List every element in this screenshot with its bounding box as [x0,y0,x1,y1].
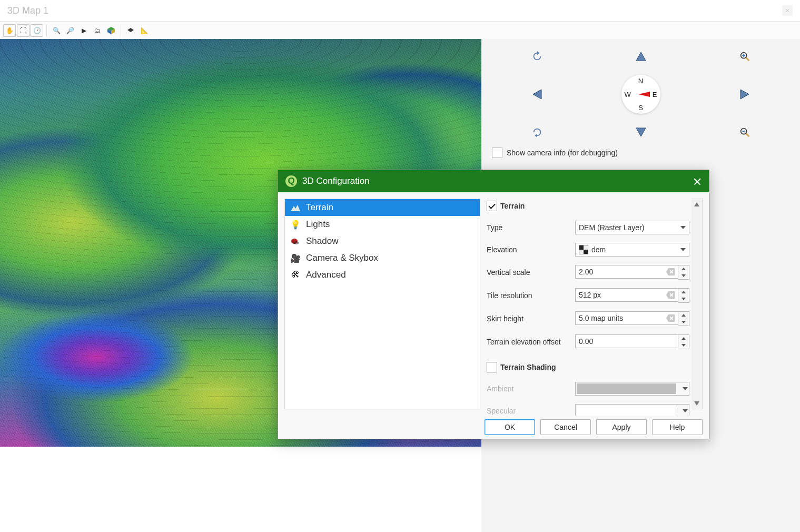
tileres-value: 512 px [579,291,601,299]
dialog-close-button[interactable] [693,177,702,185]
hand-icon[interactable]: ✋ [3,24,16,37]
basemap-icon[interactable] [124,24,137,37]
eoffset-input[interactable]: 0.00 [575,334,678,348]
pan-left-button[interactable] [530,87,544,101]
specular-label: Specular [487,407,575,415]
svg-line-6 [746,58,749,61]
ambient-color[interactable] [575,382,689,396]
zoom-in-button[interactable] [738,50,752,63]
clock-icon[interactable]: 🕑 [31,24,43,37]
pan-up-button[interactable] [634,50,648,63]
specular-color[interactable] [575,404,689,416]
eoffset-spinner[interactable] [678,334,689,349]
category-shadow[interactable]: Shadow [285,233,480,250]
pan-down-button[interactable] [634,125,648,139]
resize-icon[interactable]: ⛶ [17,24,29,37]
help-button[interactable]: Help [652,419,703,435]
terrain-section-checkbox[interactable] [487,201,497,211]
field-skirt-height: Skirt height 5.0 map units [487,308,689,329]
category-advanced[interactable]: 🛠 Advanced [285,267,480,283]
field-type: Type DEM (Raster Layer) [487,218,689,238]
category-lights[interactable]: 💡 Lights [285,216,480,233]
terrain-section-title: Terrain [500,202,525,210]
toolbar-separator [46,25,47,36]
category-list: Terrain 💡 Lights Shadow 🎥 Camera & Skybo… [284,199,480,409]
apply-button[interactable]: Apply [596,419,647,435]
wrench-icon: 🛠 [290,270,301,280]
category-label: Advanced [306,270,346,280]
lightbulb-icon: 💡 [290,219,301,230]
svg-marker-4 [636,52,646,61]
category-terrain[interactable]: Terrain [285,199,480,216]
raster-icon [579,245,588,254]
dialog-body: Terrain 💡 Lights Shadow 🎥 Camera & Skybo… [278,192,709,416]
form-pane: Terrain Type DEM (Raster Layer) Elevatio… [487,199,703,409]
titlebar: 3D Map 1 × [0,0,800,22]
rotate-ccw-button[interactable] [530,50,544,63]
category-camera[interactable]: 🎥 Camera & Skybox [285,250,480,267]
svg-marker-11 [636,128,646,136]
zoom-out-button[interactable] [738,125,752,139]
compass-s: S [638,104,643,112]
pan-right-button[interactable] [738,87,752,101]
tileres-label: Tile resolution [487,291,575,300]
field-elevation: Elevation dem [487,240,689,260]
compass-needle [638,92,650,97]
field-elevation-offset: Terrain elevation offset 0.00 [487,331,689,352]
tileres-input[interactable]: 512 px [575,288,678,302]
qgis-icon: Q [285,175,297,187]
show-camera-info-checkbox[interactable] [492,147,502,158]
type-combo[interactable]: DEM (Raster Layer) [575,221,689,234]
layers-icon[interactable]: 🗂 [91,24,104,37]
form-scrollbar[interactable] [692,199,703,409]
toolbar: ✋ ⛶ 🕑 🔍 🔎 ▶ 🗂 📐 [0,22,800,40]
chevron-down-icon [683,409,688,412]
close-button[interactable]: × [782,5,793,16]
svg-line-13 [746,134,749,137]
clear-icon[interactable] [666,268,675,275]
chevron-down-icon [680,226,686,229]
terrain-icon [290,202,301,213]
skirt-spinner[interactable] [678,311,689,326]
show-camera-info-row: Show camera info (for debugging) [492,147,789,158]
svg-marker-3 [127,28,134,32]
cancel-button[interactable]: Cancel [540,419,591,435]
vscale-input[interactable]: 2.00 [575,265,678,279]
clear-icon[interactable] [666,291,675,299]
vscale-label: Vertical scale [487,268,575,277]
field-specular: Specular [487,401,689,416]
measure-icon[interactable]: 📐 [138,24,151,37]
zoom-extent-icon[interactable]: 🔍 [50,24,63,37]
vscale-spinner[interactable] [678,265,689,280]
shading-section-title: Terrain Shading [500,363,556,371]
dialog-titlebar[interactable]: Q 3D Configuration [278,170,709,192]
compass-w: W [625,91,631,98]
tileres-spinner[interactable] [678,288,689,303]
compass[interactable]: N E S W [621,75,660,114]
rotate-cw-button[interactable] [530,125,544,139]
play-icon[interactable]: ▶ [77,24,90,37]
elevation-combo[interactable]: dem [575,243,689,257]
skirt-input[interactable]: 5.0 map units [575,311,678,325]
ok-button[interactable]: OK [485,419,535,435]
svg-marker-10 [740,90,749,99]
category-label: Shadow [306,236,338,247]
type-label: Type [487,223,575,232]
clear-icon[interactable] [666,314,675,322]
field-tile-resolution: Tile resolution 512 px [487,285,689,306]
field-ambient: Ambient [487,379,689,399]
category-label: Terrain [306,202,333,213]
chevron-down-icon [680,248,686,251]
camera-icon: 🎥 [290,253,301,263]
eoffset-label: Terrain elevation offset [487,338,575,346]
3d-configuration-dialog: Q 3D Configuration Terrain 💡 Lights Shad… [278,170,709,439]
svg-marker-9 [533,90,541,99]
shading-section-checkbox[interactable] [487,362,497,372]
cube-icon[interactable] [105,24,117,37]
ambient-label: Ambient [487,385,575,393]
zoom-layer-icon[interactable]: 🔎 [64,24,76,37]
elevation-label: Elevation [487,245,575,254]
compass-n: N [638,77,643,85]
vscale-value: 2.00 [579,268,593,276]
category-label: Camera & Skybox [306,253,378,263]
